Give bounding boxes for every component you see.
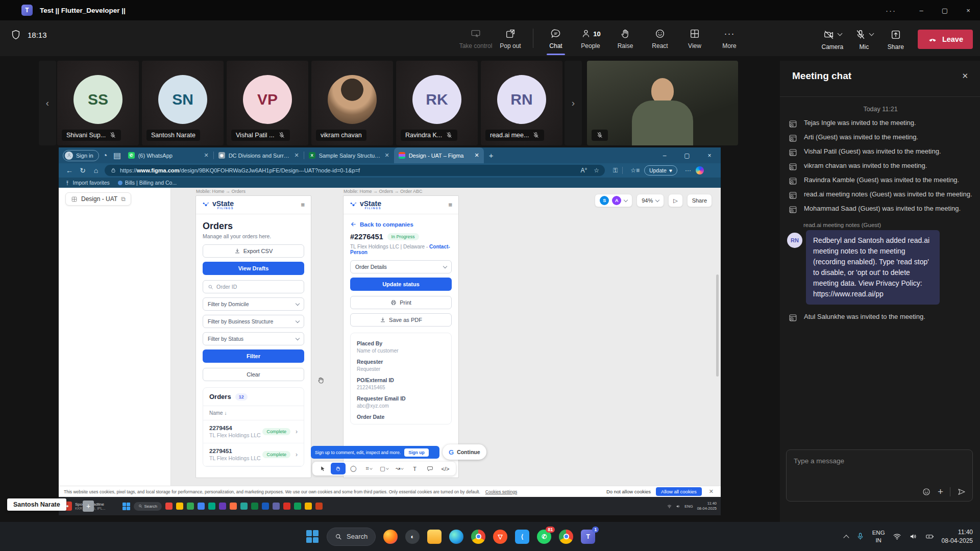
signup-button[interactable]: Sign up	[404, 448, 429, 457]
clear-button[interactable]: Clear	[203, 368, 304, 381]
window-options-icon[interactable]: ···	[886, 6, 896, 15]
camera-chevron-icon[interactable]	[837, 31, 842, 36]
system-clock[interactable]: 11:40 08-04-2025	[942, 528, 973, 544]
participant-tile[interactable]: RN read.ai mee...	[481, 61, 562, 145]
rectangle-tool[interactable]: ▢	[377, 463, 391, 474]
copy-icon[interactable]: ⧉	[121, 195, 126, 203]
shared-taskbar-app-icon[interactable]	[208, 503, 215, 510]
import-favorites-button[interactable]: ⭱ Import favorites	[65, 180, 110, 186]
browser-signin-button[interactable]: Sign in	[63, 150, 99, 161]
mic-button[interactable]: Mic	[849, 29, 879, 51]
order-details-select[interactable]: Order Details	[350, 260, 452, 273]
tab-close-icon[interactable]: ✕	[384, 152, 389, 159]
order-row[interactable]: 2279454TL Flex Holdings LLC Complete ›	[203, 420, 304, 443]
brave-icon[interactable]: ▽	[493, 530, 507, 544]
mic-chevron-icon[interactable]	[869, 31, 874, 36]
name-column-header[interactable]: Name ↓	[203, 406, 304, 420]
vscode-icon[interactable]: ⟨	[515, 530, 529, 544]
read-aloud-icon[interactable]: A°	[580, 167, 587, 174]
strip-scroll-right-button[interactable]: ›	[565, 61, 582, 145]
spotlight-participant-tile[interactable]	[587, 61, 738, 145]
leave-button[interactable]: Leave	[918, 30, 973, 49]
shared-taskbar-app-icon[interactable]	[198, 503, 205, 510]
save-pdf-button[interactable]: Save as PDF	[350, 313, 452, 327]
google-continue-button[interactable]: G Continue	[443, 444, 486, 460]
tab-close-icon[interactable]: ✕	[204, 152, 208, 159]
teams-icon[interactable]: T1	[581, 530, 595, 544]
browser-update-button[interactable]: Update ♥	[644, 165, 677, 176]
raise-button[interactable]: Raise	[608, 23, 643, 55]
shared-taskbar-app-icon[interactable]	[240, 503, 248, 510]
chat-message-input[interactable]	[794, 457, 965, 465]
bookmark-item[interactable]: Bills | Billing and Co...	[118, 180, 177, 186]
browser-tab-active[interactable]: Design - UAT – Figma ✕	[394, 147, 484, 163]
cookie-settings-link[interactable]: Cookies settings	[485, 489, 517, 494]
participant-tile[interactable]: RK Ravindra K...	[396, 61, 478, 145]
shared-taskbar-app-icon[interactable]	[165, 503, 173, 510]
comment-tool[interactable]	[423, 463, 437, 474]
wifi-icon[interactable]	[893, 532, 901, 541]
camera-button[interactable]: Camera	[818, 29, 847, 51]
cookie-close-icon[interactable]: ✕	[707, 488, 716, 495]
chat-message[interactable]: RN Redberyl and Santosh added read.ai me…	[787, 230, 974, 305]
filter-button[interactable]: Filter	[203, 349, 304, 363]
allow-cookies-button[interactable]: Allow all cookies	[656, 487, 702, 496]
figma-share-button[interactable]: Share	[687, 194, 712, 207]
edge-icon[interactable]	[449, 530, 463, 544]
back-to-companies-link[interactable]: Back to companies	[350, 221, 452, 228]
hamburger-icon[interactable]: ≡	[301, 201, 305, 209]
share-button[interactable]: Share	[881, 29, 911, 51]
dev-mode-tool[interactable]: </>	[438, 463, 453, 474]
shape-tool[interactable]: ◯	[346, 463, 361, 474]
figma-file-pill[interactable]: Design - UAT ⧉	[65, 192, 131, 206]
shared-taskbar-app-icon[interactable]	[219, 503, 226, 510]
shared-taskbar-app-icon[interactable]	[251, 503, 258, 510]
move-tool[interactable]	[315, 463, 330, 474]
battery-icon[interactable]	[925, 532, 934, 541]
start-button[interactable]	[306, 530, 319, 543]
chrome-icon[interactable]	[471, 530, 485, 544]
volume-icon[interactable]	[909, 532, 918, 541]
present-button[interactable]: ▷	[668, 194, 682, 207]
shared-taskbar-app-icon[interactable]	[273, 503, 280, 510]
shared-taskbar-app-icon[interactable]	[305, 503, 312, 510]
phone-frame-order-detail[interactable]: vStateFILINGS ≡ Back to companies #22764…	[343, 195, 459, 478]
emoji-icon[interactable]	[922, 487, 931, 496]
frame-label[interactable]: Mobile: Home → Orders → Order ABC	[344, 189, 423, 194]
export-csv-button[interactable]: Export CSV	[203, 244, 304, 258]
frame-label[interactable]: Mobile: Home → Orders	[196, 189, 246, 194]
filter-business-select[interactable]: Filter by Business Structure	[203, 315, 304, 328]
chat-button[interactable]: Chat	[538, 23, 573, 55]
extensions-icon[interactable]: ⚿	[613, 167, 618, 174]
chrome-profile-icon[interactable]	[559, 530, 573, 544]
participant-tile[interactable]: SN Santosh Narate	[142, 61, 224, 145]
send-icon[interactable]	[957, 487, 966, 496]
people-button[interactable]: 10 People	[573, 23, 608, 55]
view-button[interactable]: View	[677, 23, 712, 55]
tab-close-icon[interactable]: ✕	[294, 152, 299, 159]
frame-tool[interactable]: ⌗	[361, 463, 376, 474]
back-icon[interactable]: ←	[63, 166, 76, 174]
home-icon[interactable]: ⌂	[89, 166, 103, 174]
order-row[interactable]: 2279451TL Flex Holdings LLC Complete ›	[203, 443, 304, 466]
chat-input-box[interactable]: +	[786, 449, 973, 502]
order-id-search-input[interactable]: Order ID	[203, 280, 304, 293]
participant-tile[interactable]: vikram chavan	[311, 61, 393, 145]
refresh-icon[interactable]: ↻	[76, 166, 89, 174]
favorite-star-icon[interactable]: ☆	[594, 167, 599, 174]
more-button[interactable]: ··· More	[712, 23, 747, 55]
browser-menu-icon[interactable]: ···	[685, 167, 691, 174]
settings-app-icon[interactable]: ◐	[405, 530, 420, 544]
shared-search-box[interactable]: Search	[134, 502, 162, 511]
shared-clock[interactable]: 11:40 08-04-2025	[697, 501, 717, 511]
start-icon[interactable]	[122, 503, 130, 510]
deny-cookies-button[interactable]: Do not allow cookies	[606, 489, 651, 494]
filter-status-select[interactable]: Filter by Status	[203, 332, 304, 345]
hand-tool[interactable]	[331, 463, 346, 474]
browser-close-button[interactable]: ×	[698, 147, 721, 163]
chat-close-icon[interactable]: ✕	[958, 70, 972, 82]
strip-scroll-left-button[interactable]: ‹	[39, 61, 56, 145]
copilot-icon[interactable]	[696, 166, 704, 174]
phone-frame-orders[interactable]: vStateFILINGS ≡ Orders Manage all your o…	[195, 195, 311, 478]
tab-close-icon[interactable]: ✕	[474, 152, 479, 159]
